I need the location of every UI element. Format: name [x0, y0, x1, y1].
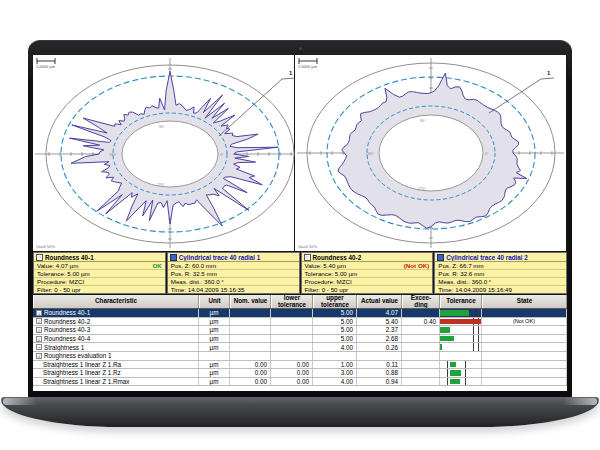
cell-unit: µm: [199, 361, 230, 369]
characteristic-label: Roundness 40-1: [44, 309, 90, 316]
cell-lower-tolerance: [271, 326, 313, 334]
info-panel-title[interactable]: Cylindrical trace 40 radial 2: [446, 254, 528, 261]
cell-upper-tolerance: 1.00: [313, 361, 357, 369]
info-panel-row: Tolerance: 5.00 µm: [302, 270, 433, 278]
info-panel-title[interactable]: Cylindrical trace 40 radial 1: [179, 254, 261, 261]
info-panel-row: ○Roundness 40-1Value: 4.07 µmOKTolerance…: [33, 252, 567, 295]
tolerance-bar-green: [440, 327, 450, 333]
app-screen: 90°0°270°180°1.0000 µmGauß 50%1 90°0°270…: [33, 55, 567, 391]
straightness-icon: –: [36, 344, 42, 350]
table-header: CharacteristicUnitNom. valuelowertoleran…: [33, 295, 567, 309]
column-header-state[interactable]: State: [482, 295, 567, 308]
tolerance-limit-tick: [473, 335, 474, 343]
table-row[interactable]: ○Roundness 40-1µm5.004.07: [33, 309, 567, 318]
info-panel-row: Pos. R: 32.5 mm: [168, 270, 299, 278]
characteristic-label: Roundness 40-2: [44, 318, 90, 325]
info-row-text: Pos. R: 32.6 mm: [438, 270, 484, 277]
cell-characteristic: –Straightness 1: [33, 343, 199, 351]
cell-characteristic: ○Roundness 40-2: [33, 318, 199, 326]
info-panel-row: Time: 14.04.2009 15:16:49: [435, 286, 566, 293]
roughness-icon: √: [36, 353, 42, 359]
status-badge: (Not OK): [404, 262, 429, 269]
cell-actual-value: [357, 352, 402, 360]
info-panel-trace: Cylindrical trace 40 radial 2Pos. Z: 66.…: [434, 252, 567, 294]
column-header-tolerance[interactable]: Tolerance: [440, 295, 482, 308]
cell-characteristic: Straightness 1 linear Z 1.Ra: [33, 361, 199, 369]
info-panel-header: ○Roundness 40-2: [302, 253, 433, 262]
column-header-actual-value[interactable]: Actual value: [357, 295, 402, 308]
tolerance-bar-green: [450, 362, 457, 368]
info-row-text: Filter: 0 - 50 upr: [305, 286, 349, 293]
tolerance-bar-green: [450, 379, 460, 385]
column-header-nom-value[interactable]: Nom. value: [230, 295, 271, 308]
roundness-icon: ○: [36, 336, 42, 342]
cell-state: [482, 361, 567, 369]
tolerance-bar-cell: [440, 361, 482, 369]
info-panel-row: Value: 4.07 µmOK: [34, 262, 165, 270]
cell-characteristic: √Roughness evaluation 1: [33, 352, 199, 360]
cell-actual-value: 0.26: [357, 343, 402, 351]
screen-bottom-strip: [33, 386, 567, 390]
column-header-characteristic[interactable]: Characteristic: [33, 295, 199, 308]
cell-characteristic: ○Roundness 40-1: [33, 309, 199, 317]
table-row[interactable]: ○Roundness 40-4µm5.002.68: [33, 335, 567, 344]
inner-reference-circle: [122, 121, 218, 187]
info-panel-row: Procedure: MZCI: [34, 278, 165, 286]
laptop-bezel: 90°0°270°180°1.0000 µmGauß 50%1 90°0°270…: [28, 40, 572, 398]
info-panel-header: Cylindrical trace 40 radial 2: [435, 253, 566, 262]
table-row[interactable]: √Roughness evaluation 1: [33, 352, 567, 361]
cell-unit: µm: [199, 335, 230, 343]
tolerance-bar-green: [450, 370, 461, 376]
info-row-text: Meas. dist.: 360.0 °: [438, 278, 491, 285]
cell-upper-tolerance: 5.00: [313, 318, 357, 326]
table-row[interactable]: Straightness 1 linear Z 1.Raµm0.000.001.…: [33, 361, 567, 370]
roundness-icon: ○: [36, 327, 42, 333]
characteristic-label: Straightness 1: [44, 344, 84, 351]
column-header-upper[interactable]: uppertolerance: [313, 295, 357, 308]
cell-characteristic: Straightness 1 linear Z 1.Rmax: [33, 378, 199, 386]
tolerance-bar-cell: [440, 335, 482, 343]
table-row[interactable]: ○Roundness 40-3µm5.002.37: [33, 326, 567, 335]
tolerance-limit-tick: [447, 361, 448, 369]
cell-unit: µm: [199, 369, 230, 377]
svg-text:1.0000 µm: 1.0000 µm: [36, 64, 56, 69]
laptop-base: [1, 397, 599, 427]
cell-unit: µm: [199, 343, 230, 351]
table-row[interactable]: –Straightness 1µm4.000.26: [33, 343, 567, 352]
column-header-unit[interactable]: Unit: [199, 295, 230, 308]
trace-icon: [170, 254, 177, 261]
svg-text:90°: 90°: [159, 125, 165, 129]
info-panel-row: Value: 5.40 µm(Not OK): [302, 262, 433, 270]
cell-unit: [199, 352, 230, 360]
table-row[interactable]: Straightness 1 linear Z 1.Rzµm0.000.003.…: [33, 369, 567, 378]
cell-actual-value: 0.11: [357, 361, 402, 369]
characteristic-label: Roughness evaluation 1: [44, 352, 112, 359]
tolerance-limit-tick: [465, 378, 466, 386]
cell-exceeding: [402, 361, 440, 369]
cell-exceeding: [402, 343, 440, 351]
cell-actual-value: 0.88: [357, 369, 402, 377]
tolerance-limit-tick: [478, 309, 479, 317]
status-badge: OK: [152, 262, 161, 269]
cell-upper-tolerance: 4.00: [313, 343, 357, 351]
cell-lower-tolerance: [271, 318, 313, 326]
cell-lower-tolerance: [271, 352, 313, 360]
cell-lower-tolerance: [271, 335, 313, 343]
info-panel-header: ○Roundness 40-1: [34, 253, 165, 262]
cell-upper-tolerance: 5.00: [313, 335, 357, 343]
info-panel-trace: Cylindrical trace 40 radial 1Pos. Z: 60.…: [167, 252, 300, 294]
table-row[interactable]: ○Roundness 40-2µm5.005.400.40(Not OK): [33, 318, 567, 327]
cell-actual-value: 5.40: [357, 318, 402, 326]
info-row-text: Pos. R: 32.5 mm: [171, 270, 217, 277]
cell-exceeding: [402, 352, 440, 360]
column-header-excee-[interactable]: Excee-ding: [402, 295, 440, 308]
table-row[interactable]: Straightness 1 linear Z 1.Rmaxµm0.000.00…: [33, 378, 567, 387]
info-panel-row: Pos. R: 32.6 mm: [435, 270, 566, 278]
cell-state: [482, 335, 567, 343]
cell-exceeding: [402, 369, 440, 377]
svg-text:1: 1: [547, 70, 551, 76]
svg-text:180°: 180°: [109, 153, 117, 157]
cell-unit: µm: [199, 378, 230, 386]
column-header-lower[interactable]: lowertolerance: [271, 295, 313, 308]
roundness-icon: ○: [36, 254, 43, 261]
